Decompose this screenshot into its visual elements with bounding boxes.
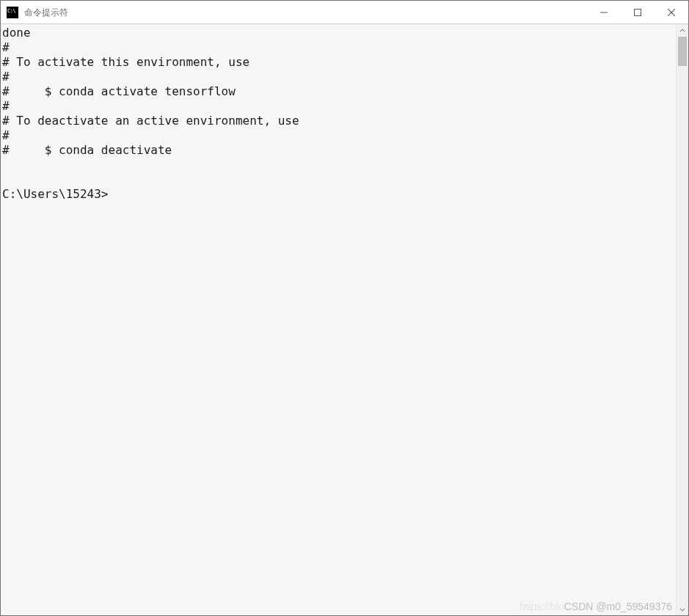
close-button[interactable] <box>655 1 688 24</box>
terminal-output[interactable]: done # # To activate this environment, u… <box>1 24 676 615</box>
window-frame: 命令提示符 done # # To activate this environm… <box>0 0 689 616</box>
vertical-scrollbar[interactable] <box>676 24 688 615</box>
client-area: done # # To activate this environment, u… <box>1 24 688 615</box>
scrollbar-thumb[interactable] <box>678 37 687 66</box>
maximize-icon <box>634 9 641 16</box>
minimize-icon <box>600 9 608 16</box>
window-title: 命令提示符 <box>24 1 68 24</box>
chevron-down-icon <box>679 606 685 612</box>
minimize-button[interactable] <box>587 1 621 24</box>
scrollbar-track[interactable] <box>677 37 688 603</box>
titlebar[interactable]: 命令提示符 <box>1 1 688 24</box>
maximize-button[interactable] <box>621 1 655 24</box>
scroll-up-button[interactable] <box>677 24 688 37</box>
svg-rect-1 <box>635 9 641 15</box>
scroll-down-button[interactable] <box>677 603 688 615</box>
close-icon <box>668 9 675 16</box>
chevron-up-icon <box>679 28 685 34</box>
cmd-icon <box>7 7 18 18</box>
